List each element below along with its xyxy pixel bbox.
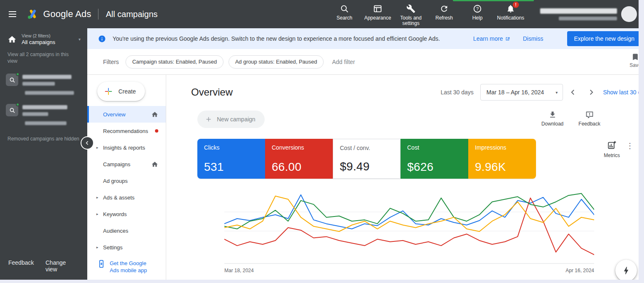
- search-button[interactable]: Search: [328, 2, 361, 21]
- sidebar-item-overview[interactable]: Overview: [87, 106, 166, 123]
- campaign-search-icon: [6, 104, 18, 116]
- redacted-campaign-name: [22, 104, 67, 116]
- scorecard-cost-conv[interactable]: Cost / conv.$9.49: [333, 139, 401, 179]
- refresh-button[interactable]: Refresh: [428, 2, 461, 21]
- change-view-link[interactable]: Change view: [45, 259, 79, 273]
- google-ads-logo: Google Ads: [27, 8, 91, 20]
- avatar[interactable]: [621, 6, 637, 22]
- campaign-account-item[interactable]: [0, 69, 87, 88]
- learn-more-link[interactable]: Learn more: [473, 35, 511, 42]
- sidebar-item-campaigns[interactable]: Campaigns: [87, 156, 166, 172]
- feedback-icon: [585, 111, 594, 119]
- multicolor-plus-icon: [104, 87, 113, 96]
- sidebar-item-label: Recommendations: [103, 128, 148, 134]
- sidebar-item-insights-reports[interactable]: ▸Insights & reports: [87, 139, 166, 156]
- plus-icon: [205, 116, 212, 123]
- scorecard-label: Cost: [407, 144, 462, 151]
- main-content: Overview Last 30 days Mar 18 – Apr 16, 2…: [166, 75, 639, 280]
- design-banner: You're using the previous Google Ads des…: [87, 28, 639, 49]
- actions-row: New campaign Download Feedback: [197, 111, 639, 128]
- status-dot: [16, 103, 20, 106]
- next-period-button[interactable]: [583, 84, 600, 101]
- feedback-button[interactable]: Feedback: [578, 111, 600, 127]
- new-campaign-button[interactable]: New campaign: [197, 111, 265, 128]
- subnav-list: OverviewRecommendations▸Insights & repor…: [87, 106, 166, 256]
- help-icon: ?: [473, 4, 482, 13]
- status-dot: [16, 72, 20, 76]
- search-icon: [340, 4, 349, 13]
- main-menu-button[interactable]: [7, 9, 17, 19]
- more-options-icon[interactable]: ⋮: [626, 140, 634, 150]
- view-kicker: View (2 filters): [22, 33, 55, 38]
- sidebar-item-settings[interactable]: ▸Settings: [87, 239, 166, 256]
- sidebar-item-label: Settings: [103, 244, 123, 251]
- refresh-icon: [440, 4, 449, 13]
- banner-message: You're using the previous Google Ads des…: [113, 35, 440, 42]
- scorecard-value: $9.49: [340, 160, 393, 173]
- sidebar-item-audiences[interactable]: Audiences: [87, 222, 166, 239]
- sidebar-item-label: Audiences: [103, 228, 128, 234]
- add-filter-button[interactable]: Add filter: [332, 59, 355, 65]
- sidebar-item-keywords[interactable]: ▸Keywords: [87, 206, 166, 222]
- appearance-button[interactable]: Appearance: [361, 2, 394, 21]
- overview-chart: Mar 18, 2024 Apr 16, 2024: [224, 189, 594, 273]
- dismiss-link[interactable]: Dismiss: [523, 35, 543, 42]
- scorecard-value: 531: [204, 160, 258, 174]
- show-last-30-days-link[interactable]: Show last 30 days: [603, 89, 639, 96]
- help-button[interactable]: ? Help: [461, 2, 494, 21]
- sidebar-item-recommendations[interactable]: Recommendations: [87, 123, 166, 139]
- scorecard-conversions[interactable]: Conversions66.00: [265, 139, 333, 179]
- view-selector[interactable]: View (2 filters) All campaigns ▾: [0, 28, 87, 49]
- notification-badge: !: [513, 2, 519, 8]
- chevron-right-icon: ▸: [96, 195, 98, 199]
- scorecard-impressions[interactable]: Impressions9.96K: [468, 139, 536, 179]
- banner-links: Learn more Dismiss Explore the new desig…: [473, 31, 639, 46]
- download-button[interactable]: Download: [541, 111, 563, 127]
- filters-label: Filters: [103, 59, 119, 65]
- previous-period-button[interactable]: [565, 84, 581, 101]
- date-range-picker[interactable]: Mar 18 – Apr 16, 2024 ▾: [480, 84, 563, 101]
- collapse-panel-button[interactable]: [81, 137, 93, 149]
- notifications-button[interactable]: ! Notifications: [494, 2, 527, 21]
- chevron-left-icon: [568, 88, 578, 97]
- scorecard-clicks[interactable]: Clicks531: [197, 139, 265, 179]
- content-header: Overview Last 30 days Mar 18 – Apr 16, 2…: [166, 75, 639, 101]
- chevron-right-icon: [587, 88, 596, 97]
- view-title: All campaigns: [22, 39, 55, 45]
- feedback-link[interactable]: Feedback: [8, 259, 34, 273]
- create-label: Create: [118, 88, 136, 95]
- account-info[interactable]: [534, 8, 621, 20]
- info-icon: [98, 35, 106, 43]
- scorecard-label: Conversions: [272, 144, 326, 151]
- sidebar-item-label: Campaigns: [103, 161, 130, 167]
- redacted-account-email: [559, 17, 617, 20]
- top-app-bar: Google Ads All campaigns Search Appearan…: [0, 0, 639, 28]
- campaign-account-item[interactable]: [0, 99, 87, 118]
- tools-and-settings-button[interactable]: Tools and settings: [394, 2, 428, 26]
- scorecard-value: $626: [407, 160, 462, 174]
- create-button[interactable]: Create: [97, 82, 145, 101]
- explore-new-design-button[interactable]: Explore the new design: [567, 31, 639, 46]
- notifications-label: Notifications: [497, 15, 524, 21]
- filter-chip[interactable]: Campaign status: Enabled, Paused: [125, 55, 224, 69]
- save-filter-button[interactable]: Save: [625, 53, 639, 68]
- google-ads-logo-icon: [27, 8, 39, 20]
- google-ads-app: Google Ads All campaigns Search Appearan…: [0, 0, 639, 280]
- panel-footer: Feedback Change view: [0, 252, 87, 280]
- scorecard-value: 9.96K: [475, 160, 529, 174]
- quick-actions-fab[interactable]: [615, 260, 637, 280]
- chart-line-cost: [224, 194, 594, 229]
- wrench-icon: [406, 4, 415, 13]
- download-label: Download: [541, 121, 563, 127]
- date-range-preset-label: Last 30 days: [440, 89, 473, 96]
- metrics-button[interactable]: Metrics: [604, 140, 620, 158]
- filter-chips: Campaign status: Enabled, PausedAd group…: [125, 55, 324, 69]
- scorecard-cost[interactable]: Cost$626: [401, 139, 468, 179]
- sidebar-item-ads-assets[interactable]: ▸Ads & assets: [87, 189, 166, 206]
- filter-chip[interactable]: Ad group status: Enabled, Paused: [229, 55, 324, 69]
- mobile-app-link[interactable]: Get the Google Ads mobile app: [87, 255, 165, 280]
- sidebar-item-ad-groups[interactable]: Ad groups: [87, 172, 166, 189]
- chevron-down-icon: ▾: [556, 90, 558, 95]
- overview-title: Overview: [191, 86, 233, 98]
- home-icon: [151, 161, 158, 168]
